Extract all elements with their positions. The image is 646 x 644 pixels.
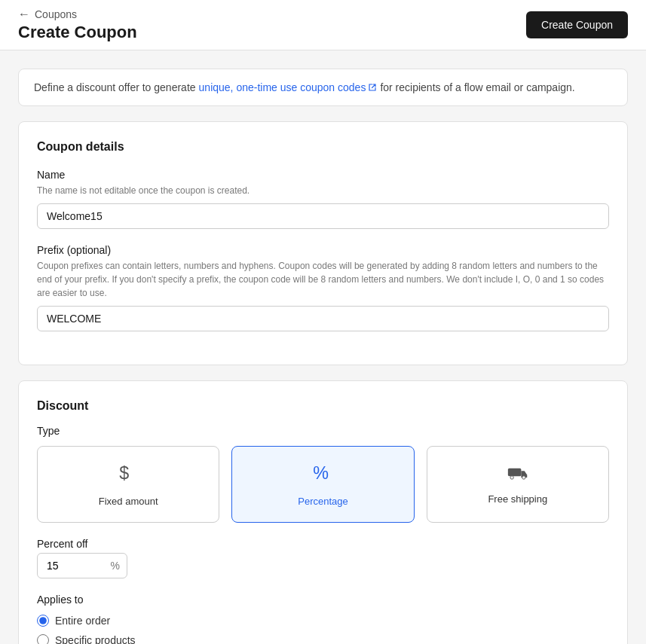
- external-link-icon: [368, 83, 377, 92]
- applies-entire-order-radio[interactable]: [37, 615, 49, 627]
- coupon-details-card: Coupon details Name The name is not edit…: [18, 121, 628, 365]
- name-hint: The name is not editable once the coupon…: [37, 184, 609, 197]
- percent-sign: %: [111, 560, 120, 572]
- type-free-shipping-label: Free shipping: [488, 493, 547, 505]
- info-banner: Define a discount offer to generate uniq…: [18, 69, 628, 106]
- type-fixed-label: Fixed amount: [99, 496, 158, 507]
- applies-entire-order-label: Entire order: [55, 615, 110, 627]
- dollar-icon: $: [118, 462, 139, 488]
- applies-to-section: Applies to Entire order Specific product…: [37, 594, 609, 644]
- percent-off-label: Percent off: [37, 538, 609, 550]
- applies-specific-products-radio[interactable]: [37, 634, 49, 644]
- applies-entire-order[interactable]: Entire order: [37, 615, 609, 627]
- percent-off-group: Percent off %: [37, 538, 609, 578]
- create-coupon-button[interactable]: Create Coupon: [526, 11, 628, 38]
- back-arrow-icon: ←: [18, 8, 30, 21]
- type-fixed-amount[interactable]: $ Fixed amount: [37, 446, 219, 523]
- coupon-details-title: Coupon details: [37, 140, 609, 154]
- name-group: Name The name is not editable once the c…: [37, 169, 609, 229]
- type-options: $ Fixed amount % Percentage: [37, 446, 609, 523]
- name-input[interactable]: [37, 203, 609, 229]
- svg-point-3: [510, 476, 513, 479]
- type-free-shipping[interactable]: Free shipping: [427, 446, 609, 523]
- back-link-label: Coupons: [35, 8, 77, 20]
- page-title: Create Coupon: [18, 23, 137, 42]
- coupon-codes-link[interactable]: unique, one-time use coupon codes: [199, 81, 378, 93]
- svg-rect-2: [508, 469, 522, 477]
- type-label: Type: [37, 425, 609, 437]
- prefix-input[interactable]: [37, 306, 609, 331]
- applies-to-radio-group: Entire order Specific products Specific …: [37, 615, 609, 644]
- back-link[interactable]: ← Coupons: [18, 8, 137, 21]
- discount-card: Discount Type $ Fixed amount %: [18, 380, 628, 644]
- info-banner-prefix: Define a discount offer to generate: [34, 81, 196, 93]
- svg-text:$: $: [119, 463, 129, 483]
- truck-icon: [507, 462, 528, 486]
- applies-specific-products-label: Specific products: [55, 634, 136, 644]
- type-percentage-label: Percentage: [298, 496, 348, 507]
- svg-point-4: [522, 476, 525, 479]
- prefix-group: Prefix (optional) Coupon prefixes can co…: [37, 244, 609, 331]
- info-banner-suffix: for recipients of a flow email or campai…: [380, 81, 574, 93]
- percent-icon: %: [312, 462, 333, 488]
- main-content: Define a discount offer to generate uniq…: [0, 50, 646, 644]
- applies-to-label: Applies to: [37, 594, 609, 606]
- prefix-hint: Coupon prefixes can contain letters, num…: [37, 259, 609, 300]
- header-left: ← Coupons Create Coupon: [18, 8, 137, 42]
- svg-text:%: %: [314, 463, 329, 483]
- prefix-label: Prefix (optional): [37, 244, 609, 256]
- discount-section-title: Discount: [37, 399, 609, 413]
- coupon-codes-link-text: unique, one-time use coupon codes: [199, 81, 366, 93]
- type-percentage[interactable]: % Percentage: [231, 446, 414, 523]
- percent-off-input-wrap: %: [37, 553, 127, 578]
- top-bar: ← Coupons Create Coupon Create Coupon: [0, 0, 646, 50]
- name-label: Name: [37, 169, 609, 181]
- applies-specific-products[interactable]: Specific products: [37, 634, 609, 644]
